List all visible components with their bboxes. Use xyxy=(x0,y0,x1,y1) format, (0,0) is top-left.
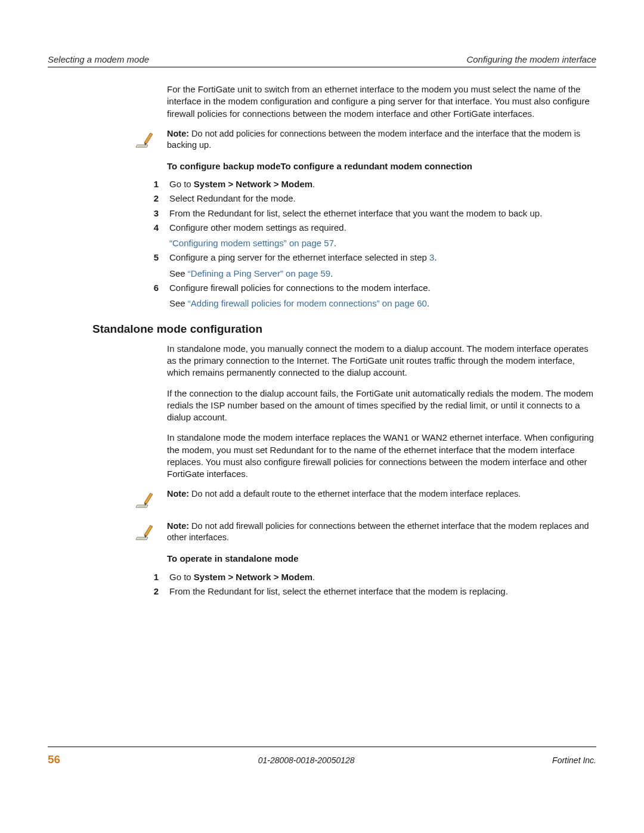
note-label: Note: xyxy=(167,521,189,531)
step-number: 2 xyxy=(138,193,167,205)
footer: 56 01-28008-0018-20050128 Fortinet Inc. xyxy=(48,747,596,767)
body: For the FortiGate unit to switch from an… xyxy=(48,83,596,732)
step-text: Configure firewall policies for connecti… xyxy=(169,282,596,294)
step-text: Configure a ping server for the ethernet… xyxy=(169,252,596,264)
note-label: Note: xyxy=(167,489,189,498)
step-text: From the Redundant for list, select the … xyxy=(169,208,596,219)
note-3: Note: Do not add firewall policies for c… xyxy=(48,521,596,544)
menu-path: System > Network > Modem xyxy=(194,179,312,189)
note-body: Do not add firewall policies for connect… xyxy=(167,521,589,542)
step-number: 6 xyxy=(138,282,167,294)
xref-link[interactable]: “Defining a Ping Server” on page 59 xyxy=(188,268,330,278)
step-subline: “Configuring modem settings” on page 57. xyxy=(169,237,596,249)
step: 1 Go to System > Network > Modem. xyxy=(48,178,596,190)
note-1: Note: Do not add policies for connection… xyxy=(48,128,596,152)
note-2: Note: Do not add a default route to the … xyxy=(48,488,596,512)
note-label: Note: xyxy=(167,129,189,138)
footer-row: 56 01-28008-0018-20050128 Fortinet Inc. xyxy=(48,752,596,767)
step-subline: See “Adding firewall policies for modem … xyxy=(169,298,596,309)
step: 2 Select Redundant for the mode. xyxy=(48,193,596,205)
note-body: Do not add a default route to the ethern… xyxy=(189,489,521,498)
note-body: Do not add policies for connections betw… xyxy=(167,129,580,150)
note-3-text: Note: Do not add firewall policies for c… xyxy=(167,521,596,543)
step-text: Go to System > Network > Modem. xyxy=(169,178,596,190)
step: 2 From the Redundant for list, select th… xyxy=(48,586,596,597)
step-number: 2 xyxy=(138,586,167,597)
note-1-text: Note: Do not add policies for connection… xyxy=(167,128,596,151)
step: 6 Configure firewall policies for connec… xyxy=(48,282,596,310)
header-right: Configuring the modem interface xyxy=(466,54,596,66)
step: 5 Configure a ping server for the ethern… xyxy=(48,252,596,280)
step-number: 5 xyxy=(138,252,167,264)
doc-id: 01-28008-0018-20050128 xyxy=(258,755,355,766)
footer-rule xyxy=(48,747,596,747)
section-heading: Standalone mode configuration xyxy=(48,321,596,337)
step-subline: See “Defining a Ping Server” on page 59. xyxy=(169,268,596,280)
note-icon xyxy=(132,521,156,544)
running-header: Selecting a modem mode Configuring the m… xyxy=(48,54,596,66)
step-number: 4 xyxy=(138,222,167,234)
step-number: 3 xyxy=(138,208,167,219)
intro-paragraph: For the FortiGate unit to switch from an… xyxy=(48,83,596,120)
note-icon xyxy=(132,488,156,512)
menu-path: System > Network > Modem xyxy=(194,572,312,582)
xref-link[interactable]: “Adding firewall policies for modem conn… xyxy=(188,298,427,308)
step: 4 Configure other modem settings as requ… xyxy=(48,222,596,250)
header-rule xyxy=(48,67,596,67)
step-text: Configure other modem settings as requir… xyxy=(169,222,596,234)
step-number: 1 xyxy=(138,571,167,583)
step: 1 Go to System > Network > Modem. xyxy=(48,571,596,583)
section2-p1: In standalone mode, you manually connect… xyxy=(48,343,596,379)
section2-p2: If the connection to the dialup account … xyxy=(48,388,596,424)
note-icon xyxy=(132,128,156,152)
page-number: 56 xyxy=(48,752,60,767)
page: Selecting a modem mode Configuring the m… xyxy=(0,0,644,833)
procedure-1-title: To configure backup modeTo configure a r… xyxy=(48,160,596,172)
section2-p3: In standalone mode the modem interface r… xyxy=(48,432,596,480)
note-2-text: Note: Do not add a default route to the … xyxy=(167,488,596,500)
step-text: From the Redundant for list, select the … xyxy=(169,586,596,597)
xref-link[interactable]: “Configuring modem settings” on page 57 xyxy=(169,238,334,248)
step: 3 From the Redundant for list, select th… xyxy=(48,208,596,219)
procedure-2-title: To operate in standalone mode xyxy=(48,553,596,565)
step-text: Select Redundant for the mode. xyxy=(169,193,596,205)
company-name: Fortinet Inc. xyxy=(552,755,596,766)
step-text: Go to System > Network > Modem. xyxy=(169,571,596,583)
header-left: Selecting a modem mode xyxy=(48,54,149,66)
step-number: 1 xyxy=(138,178,167,190)
